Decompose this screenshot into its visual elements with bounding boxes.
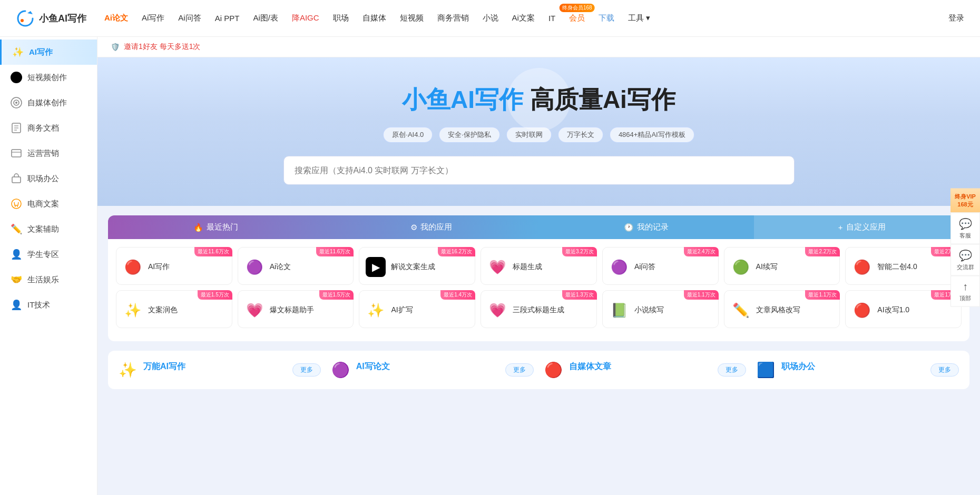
bottom-workplace-icon: 🟦 — [757, 361, 775, 379]
invite-text: 邀请1好友 每天多送1次 — [124, 42, 200, 52]
login-button[interactable]: 登录 — [948, 13, 964, 23]
card-novel-continue[interactable]: 最近1.1万次 📗 小说续写 — [602, 290, 719, 328]
card-aiqa[interactable]: 最近2.4万次 🟣 Ai问答 — [602, 247, 719, 285]
sidebar-item-shortvideo[interactable]: 短视频创作 — [0, 65, 97, 90]
right-float-panel: 终身VIP 168元 💬 客服 💬 交流群 ↑ 顶部 — [950, 189, 980, 307]
bottom-group-selfmedia: 🔴 自媒体文章 更多 — [544, 361, 747, 379]
nav-item-ailunwen[interactable]: Ai论文 — [103, 11, 129, 25]
sidebar-label-aiwrite: AI写作 — [29, 47, 53, 57]
card-aiextend[interactable]: 最近2.2万次 🟢 AI续写 — [724, 247, 840, 285]
service-btn[interactable]: 💬 客服 — [950, 213, 980, 244]
nav-item-download[interactable]: 下载 — [597, 11, 615, 25]
plus-icon: + — [838, 223, 843, 232]
card-style-rewrite[interactable]: 最近1.1万次 ✏️ 文章风格改写 — [724, 290, 840, 328]
tab-my-history[interactable]: 🕐 我的记录 — [539, 215, 754, 239]
card-label-aiexpand: AI扩写 — [391, 305, 413, 315]
card-jiesha[interactable]: 最近16.2万次 ▶ 解说文案生成 — [359, 247, 475, 285]
tag-realtime: 实时联网 — [506, 127, 552, 143]
hero-title-blue: 小鱼AI写作 — [402, 86, 523, 113]
nav-item-shortvideo[interactable]: 短视频 — [399, 11, 425, 25]
card-polishing[interactable]: 最近1.5万次 ✨ 文案润色 — [116, 290, 232, 328]
nav-item-bizmarketing[interactable]: 商务营销 — [436, 11, 470, 25]
card-label-ailunwen: Ai论文 — [270, 262, 291, 272]
top-icon: ↑ — [963, 281, 968, 293]
tab-my-history-label: 我的记录 — [637, 222, 669, 232]
nav-item-member[interactable]: 终身会员168 会员 — [568, 11, 586, 25]
nav-item-aicopy[interactable]: Ai文案 — [511, 11, 536, 25]
sidebar-item-copyassist[interactable]: ✏️ 文案辅助 — [0, 216, 97, 242]
nav-item-aiqa[interactable]: Ai问答 — [177, 11, 202, 25]
card-3seg-title[interactable]: 最近1.3万次 💗 三段式标题生成 — [481, 290, 597, 328]
sidebar-item-bizdoc[interactable]: 商务文档 — [0, 115, 97, 141]
card-badge-aiwrite: 最近11.6万次 — [194, 247, 232, 256]
sidebar-label-lifestyle: 生活娱乐 — [27, 275, 59, 285]
bottom-row: ✨ 万能AI写作 更多 🟣 AI写论文 更多 🔴 自媒体文章 — [119, 361, 959, 379]
sidebar-item-selfmedia[interactable]: 自媒体创作 — [0, 90, 97, 115]
invite-banner[interactable]: 🛡️ 邀请1好友 每天多送1次 — [97, 37, 980, 57]
cards-row-1: 最近11.6万次 🔴 AI写作 最近11.6万次 🟣 Ai论文 最近16.2万次… — [116, 247, 962, 285]
nav-item-aiwrite[interactable]: Ai写作 — [141, 11, 165, 25]
bottom-ailunwen-info: AI写论文 — [356, 361, 390, 374]
nav-item-aichart[interactable]: Ai图/表 — [252, 11, 279, 25]
sidebar-item-lifestyle[interactable]: 🤝 生活娱乐 — [0, 267, 97, 292]
card-aiexpand[interactable]: 最近1.4万次 ✨ AI扩写 — [359, 290, 475, 328]
bottom-workplace-more[interactable]: 更多 — [930, 363, 959, 377]
card-icon-jiesha: ▶ — [366, 257, 386, 277]
card-aiwrite[interactable]: 最近11.6万次 🔴 AI写作 — [116, 247, 232, 285]
nav-item-it[interactable]: IT — [547, 12, 556, 25]
nav-item-novel[interactable]: 小说 — [482, 11, 499, 25]
shortvideo-icon — [11, 72, 22, 83]
student-icon: 👤 — [11, 249, 22, 260]
card-label-3seg-title: 三段式标题生成 — [513, 305, 564, 315]
sidebar-item-operations[interactable]: 运营营销 — [0, 141, 97, 166]
vip-side-btn[interactable]: 终身VIP 168元 — [950, 189, 980, 213]
logo-text: 小鱼AI写作 — [39, 12, 86, 25]
sidebar-label-bizdoc: 商务文档 — [27, 123, 59, 133]
tab-custom-app[interactable]: + 自定义应用 — [754, 215, 969, 239]
card-viral-title[interactable]: 最近1.5万次 💗 爆文标题助手 — [238, 290, 354, 328]
bottom-aiwrite-info: 万能AI写作 — [143, 361, 185, 374]
search-input[interactable] — [283, 156, 795, 185]
card-ai-rewrite[interactable]: 最近1万次 🔴 AI改写1.0 — [845, 290, 962, 328]
service-icon: 💬 — [959, 217, 972, 230]
card-title-gen[interactable]: 最近3.2万次 💗 标题生成 — [481, 247, 597, 285]
nav-item-aippt[interactable]: Ai PPT — [214, 12, 241, 25]
card-label-polishing: 文案润色 — [148, 305, 178, 315]
sidebar-item-student[interactable]: 👤 学生专区 — [0, 242, 97, 267]
bottom-ailunwen-title: AI写论文 — [356, 361, 390, 372]
group-btn[interactable]: 💬 交流群 — [950, 244, 980, 276]
tabs-section: 🔥 最近热门 ⚙ 我的应用 🕐 我的记录 + 自定义应用 — [108, 215, 969, 341]
sidebar-item-aiwrite[interactable]: ✨ AI写作 — [0, 39, 97, 65]
tab-recent-hot[interactable]: 🔥 最近热门 — [108, 215, 324, 239]
card-badge-ailunwen: 最近11.6万次 — [316, 247, 354, 256]
top-btn[interactable]: ↑ 顶部 — [950, 276, 980, 307]
logo[interactable]: 小鱼AI写作 — [16, 9, 86, 28]
bottom-aiwrite-more[interactable]: 更多 — [292, 363, 321, 377]
tag-longtext: 万字长文 — [558, 127, 603, 143]
nav-item-workplace[interactable]: 职场 — [332, 11, 350, 25]
tab-custom-app-label: 自定义应用 — [846, 222, 886, 232]
card-ailunwen[interactable]: 最近11.6万次 🟣 Ai论文 — [238, 247, 354, 285]
sidebar-item-ecommerce[interactable]: 电商文案 — [0, 191, 97, 216]
tag-original: 原创·AI4.0 — [383, 127, 433, 143]
workplace-icon — [11, 173, 22, 184]
hero-title-dark: 高质量Ai写作 — [530, 86, 675, 113]
bottom-ailunwen-more[interactable]: 更多 — [505, 363, 534, 377]
card-icon-style-rewrite: ✏️ — [731, 300, 751, 320]
card-smart-recreate[interactable]: 最近2万次 🔴 智能二创4.0 — [845, 247, 962, 285]
sidebar-item-it[interactable]: 👤 IT技术 — [0, 292, 97, 318]
nav-item-aigc[interactable]: 降AIGC — [291, 11, 320, 25]
bottom-selfmedia-info: 自媒体文章 — [569, 361, 611, 374]
tab-my-apps[interactable]: ⚙ 我的应用 — [324, 215, 539, 239]
card-icon-aiwrite: 🔴 — [123, 257, 143, 277]
sidebar-item-workplace[interactable]: 职场办公 — [0, 166, 97, 191]
card-icon-aiextend: 🟢 — [731, 257, 751, 277]
card-icon-3seg-title: 💗 — [487, 300, 507, 320]
copyassist-icon: ✏️ — [11, 223, 22, 235]
card-label-title-gen: 标题生成 — [513, 262, 542, 272]
nav-item-selfmedia[interactable]: 自媒体 — [361, 11, 387, 25]
nav-item-tools[interactable]: 工具 ▾ — [627, 11, 651, 25]
bottom-ailunwen-icon: 🟣 — [331, 361, 350, 379]
bottom-selfmedia-more[interactable]: 更多 — [718, 363, 746, 377]
card-badge-title-gen: 最近3.2万次 — [562, 247, 597, 256]
